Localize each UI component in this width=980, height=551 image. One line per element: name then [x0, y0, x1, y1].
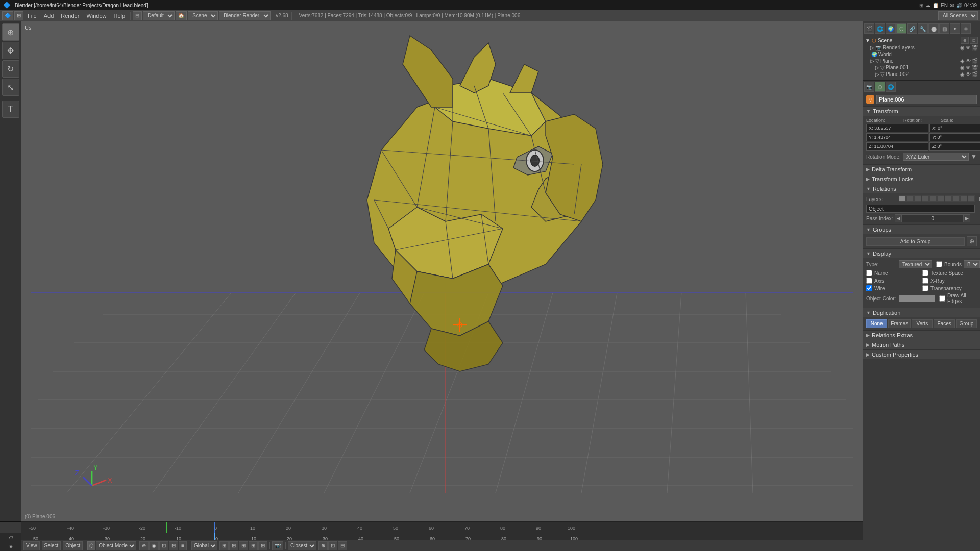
props-icon-modifiers[interactable]: 🔧 — [918, 23, 928, 34]
transform-tool[interactable]: T — [2, 101, 19, 118]
vp-mode-btn-5[interactable]: ≡ — [179, 541, 187, 550]
vp-mode-btn-4[interactable]: ⊟ — [169, 541, 178, 550]
rotate-tool[interactable]: ↻ — [2, 60, 19, 78]
tree-item-world[interactable]: 🌍 World — [863, 51, 980, 58]
props-icon-material[interactable]: ⬤ — [928, 23, 939, 34]
p2-icon-3[interactable]: 🌐 — [886, 82, 896, 92]
loc-x-input[interactable] — [866, 124, 928, 132]
menu-render[interactable]: Render — [58, 12, 82, 20]
rot-x-input[interactable] — [929, 124, 980, 132]
grid-btn-3[interactable]: ⊞ — [239, 541, 248, 550]
camera-btn[interactable]: 📷 — [272, 541, 283, 550]
props-icon-render[interactable]: 🎬 — [864, 23, 874, 34]
rot-mode-select[interactable]: XYZ Euler — [903, 153, 969, 161]
object-name-input[interactable] — [876, 95, 977, 104]
vp-select-menu[interactable]: Select — [42, 541, 61, 550]
layer-8[interactable] — [960, 195, 967, 202]
scene-action-2[interactable]: ⊡ — [970, 37, 978, 44]
engine-select[interactable]: Blender Render — [219, 11, 271, 20]
layout-icon[interactable]: ⊟ — [133, 11, 142, 20]
transparency-checkbox[interactable] — [922, 285, 928, 291]
rot-y-input[interactable] — [929, 133, 980, 141]
transform-locks-header[interactable]: ▶ Transform Locks — [863, 174, 980, 184]
layout-select[interactable]: Default — [143, 11, 175, 20]
layer-6[interactable] — [945, 195, 952, 202]
scene-action-1[interactable]: ⊕ — [961, 37, 969, 44]
props-icon-texture[interactable]: ▥ — [939, 23, 949, 34]
menu-add[interactable]: Add — [41, 12, 57, 20]
layer-9[interactable] — [968, 195, 975, 202]
display-section-header[interactable]: ▼ Display — [863, 248, 980, 258]
layer-5[interactable] — [937, 195, 944, 202]
grid-btn-4[interactable]: ⊞ — [249, 541, 258, 550]
bounds-type-select[interactable]: Box — [964, 260, 980, 268]
vp-mode-btn-3[interactable]: ⊡ — [159, 541, 168, 550]
dup-none-btn[interactable]: None — [866, 319, 887, 328]
relations-extras-header[interactable]: ▶ Relations Extras — [863, 330, 980, 340]
extra-btn-3[interactable]: ⊟ — [338, 541, 347, 550]
tree-item-plane002[interactable]: ▷ ▽ Plane.002 ◉ 👁 🎬 — [863, 71, 980, 78]
duplication-section-header[interactable]: ▼ Duplication — [863, 308, 980, 317]
p2-icon-1[interactable]: 📷 — [864, 82, 874, 92]
extra-btn-2[interactable]: ⊡ — [328, 541, 337, 550]
menu-help[interactable]: Help — [111, 12, 129, 20]
vp-mode-btn-1[interactable]: ⊕ — [139, 541, 149, 550]
dup-frames-btn[interactable]: Frames — [888, 319, 911, 328]
window-icon-btn[interactable]: ⊞ — [14, 11, 23, 20]
menu-window[interactable]: Window — [83, 12, 109, 20]
tree-item-plane001[interactable]: ▷ ▽ Plane.001 ◉ 👁 🎬 — [863, 64, 980, 71]
props-icon-constraints[interactable]: 🔗 — [907, 23, 917, 34]
timeline-numbers-bar[interactable]: -50 -40 -30 -20 -10 0 10 20 30 40 50 60 … — [21, 522, 863, 533]
editor-icon[interactable]: 🏠 — [176, 11, 187, 20]
props-icon-physics[interactable]: ⚛ — [961, 23, 971, 34]
layer-3[interactable] — [922, 195, 929, 202]
menu-file[interactable]: File — [24, 12, 40, 20]
add-group-plus-btn[interactable]: ⊕ — [967, 236, 977, 246]
grid-btn-2[interactable]: ⊞ — [229, 541, 238, 550]
parent-type-input[interactable] — [866, 205, 975, 213]
transform-section-header[interactable]: ▼ Transform — [863, 106, 980, 116]
props-icon-object[interactable]: ⬡ — [896, 23, 906, 34]
texture-space-checkbox[interactable] — [922, 270, 928, 276]
viewport-3d[interactable]: User Persp — [21, 21, 863, 521]
pivot-select[interactable]: Global — [191, 541, 217, 550]
p2-icon-2[interactable]: ⬡ — [875, 82, 885, 92]
motion-paths-header[interactable]: ▶ Motion Paths — [863, 340, 980, 349]
loc-y-input[interactable] — [866, 133, 928, 141]
scene-select[interactable]: Scene — [188, 11, 218, 20]
rot-z-input[interactable] — [929, 142, 980, 151]
vp-object-menu[interactable]: Object — [63, 541, 83, 550]
vp-mode-btn-2[interactable]: ◉ — [149, 541, 159, 550]
layer-0[interactable] — [899, 195, 906, 202]
delta-transform-header[interactable]: ▶ Delta Transform — [863, 164, 980, 174]
wire-checkbox[interactable] — [866, 285, 872, 291]
dup-group-btn[interactable]: Group — [956, 319, 977, 328]
loc-z-input[interactable] — [866, 142, 928, 151]
grid-btn-1[interactable]: ⊞ — [219, 541, 229, 550]
pass-index-increment[interactable]: ▶ — [963, 214, 970, 222]
scale-tool[interactable]: ⤡ — [2, 79, 19, 96]
dup-verts-btn[interactable]: Verts — [912, 319, 933, 328]
pass-index-decrement[interactable]: ◀ — [895, 214, 902, 222]
props-icon-world[interactable]: 🌍 — [886, 23, 896, 34]
layer-4[interactable] — [929, 195, 937, 202]
dup-faces-btn[interactable]: Faces — [934, 319, 954, 328]
draw-all-edges-checkbox[interactable] — [939, 295, 945, 302]
object-color-swatch[interactable] — [899, 295, 935, 302]
props-icon-scene[interactable]: 🌐 — [875, 23, 885, 34]
translate-tool[interactable]: ✥ — [2, 42, 19, 59]
props-icon-particles[interactable]: ✦ — [950, 23, 960, 34]
tree-item-plane[interactable]: ▷ ▽ Plane ◉ 👁 🎬 — [863, 58, 980, 64]
all-scenes-select[interactable]: All Scenes — [938, 11, 978, 20]
object-mode-select[interactable]: Object Mode — [96, 541, 136, 550]
cursor-tool[interactable]: ⊕ — [2, 23, 19, 41]
snap-select[interactable]: Closest — [288, 541, 316, 550]
xray-checkbox[interactable] — [922, 278, 928, 284]
name-checkbox[interactable] — [866, 270, 872, 276]
axis-checkbox[interactable] — [866, 278, 872, 284]
groups-section-header[interactable]: ▼ Groups — [863, 224, 980, 234]
bounds-checkbox[interactable] — [936, 261, 942, 267]
pass-index-value[interactable]: 0 — [902, 214, 963, 222]
grid-btn-5[interactable]: ⊞ — [258, 541, 267, 550]
relations-section-header[interactable]: ▼ Relations — [863, 184, 980, 193]
